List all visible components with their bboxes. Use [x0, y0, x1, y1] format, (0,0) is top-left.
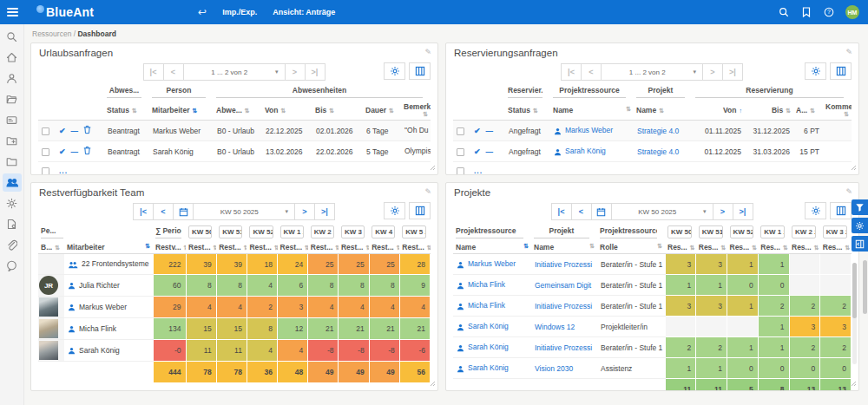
sort-icon[interactable]: ⇅: [720, 245, 726, 251]
sort-icon[interactable]: ⇅: [752, 245, 757, 251]
sidebar-chat-icon[interactable]: [3, 257, 22, 275]
menu-hamburger-icon[interactable]: [0, 0, 24, 24]
sidebar-document-icon[interactable]: [3, 215, 22, 233]
panel-scrollbar[interactable]: [852, 263, 857, 364]
panel-edit-icon[interactable]: ✎: [845, 187, 852, 196]
sidebar-folder-open-icon[interactable]: [3, 90, 22, 108]
user-avatar[interactable]: HM: [845, 5, 859, 19]
imp-exp-button[interactable]: Imp./Exp.: [222, 8, 257, 16]
decline-icon[interactable]: —: [71, 127, 79, 135]
approve-icon[interactable]: ✔: [59, 147, 66, 156]
view-antraege-button[interactable]: Ansicht: Anträge: [273, 8, 335, 16]
approve-icon[interactable]: ✔: [474, 127, 481, 135]
row-checkbox[interactable]: [457, 148, 464, 156]
sidebar-user-icon[interactable]: [3, 69, 22, 88]
columns-button[interactable]: [409, 202, 431, 219]
sort-icon[interactable]: ⇅: [810, 108, 815, 114]
sort-icon[interactable]: ⇅: [844, 111, 849, 118]
sort-icon[interactable]: ⇅: [427, 245, 431, 251]
week-header[interactable]: KW 50 ...: [667, 225, 692, 238]
sidebar-id-card-icon[interactable]: [3, 111, 22, 129]
week-header[interactable]: KW 52 ...: [249, 225, 273, 238]
sort-icon[interactable]: ⇅: [657, 243, 662, 250]
columns-button[interactable]: [830, 62, 852, 80]
back-arrow-icon[interactable]: ↩: [198, 6, 207, 18]
sort-icon[interactable]: ⇅: [626, 106, 631, 113]
help-icon[interactable]: ?: [823, 6, 835, 18]
period-select[interactable]: KW 50 2025▾: [611, 203, 713, 220]
sidebar-home-icon[interactable]: [3, 49, 22, 67]
pagination-prev-button[interactable]: <: [571, 203, 592, 220]
sort-icon[interactable]: ⇅: [245, 108, 250, 114]
row-checkbox[interactable]: [42, 167, 49, 175]
settings-gear-button[interactable]: [384, 202, 405, 219]
resize-handle[interactable]: [430, 380, 436, 389]
week-header[interactable]: KW 51 ...: [699, 225, 723, 238]
sort-icon[interactable]: ⇅: [329, 108, 334, 114]
sort-icon[interactable]: ⇅: [132, 108, 137, 114]
sort-icon[interactable]: ⇅: [533, 108, 538, 114]
week-header[interactable]: KW 2 2...: [792, 225, 816, 238]
side-panel-button[interactable]: [852, 236, 868, 251]
sort-icon[interactable]: ⇅: [214, 245, 217, 251]
sort-icon[interactable]: ⇅: [786, 108, 791, 114]
calendar-button[interactable]: [173, 203, 194, 220]
week-header[interactable]: KW 50 ...: [188, 225, 212, 238]
sidebar-folder-add-icon[interactable]: [3, 132, 22, 150]
sort-icon[interactable]: ⇅: [280, 108, 286, 114]
resize-handle[interactable]: [851, 380, 857, 389]
settings-gear-button[interactable]: [805, 202, 826, 219]
sort-icon[interactable]: ⇅: [690, 245, 695, 251]
pagination-next-button[interactable]: >: [285, 63, 306, 81]
week-header[interactable]: KW 2 2...: [311, 225, 334, 238]
trash-icon[interactable]: [83, 125, 91, 136]
sidebar-resources-team-icon[interactable]: [3, 173, 22, 192]
sort-icon[interactable]: ⇅: [244, 245, 247, 251]
pagination-page-select[interactable]: 1 ... 2 von 2▾: [601, 63, 703, 81]
week-header[interactable]: KW 1 2...: [760, 225, 785, 238]
show-more-link[interactable]: ...: [59, 167, 68, 175]
decline-icon[interactable]: —: [486, 127, 494, 135]
sort-icon[interactable]: ⇅: [397, 245, 400, 251]
sort-icon[interactable]: ⇅: [365, 245, 369, 251]
period-select[interactable]: KW 50 2025▾: [193, 203, 295, 220]
sort-asc-icon[interactable]: ↑: [740, 108, 743, 114]
row-checkbox[interactable]: [457, 167, 464, 175]
pagination-first-button[interactable]: |<: [143, 63, 164, 81]
sort-icon[interactable]: ⇅: [274, 245, 278, 251]
sort-icon[interactable]: ⇅: [184, 245, 186, 251]
week-header[interactable]: KW 4 2...: [372, 225, 395, 238]
panel-edit-icon[interactable]: ✎: [424, 48, 431, 56]
sort-icon[interactable]: ⇅: [55, 245, 60, 251]
pagination-last-button[interactable]: >|: [722, 63, 743, 81]
search-icon[interactable]: [778, 6, 790, 18]
sort-icon[interactable]: ⇅: [845, 245, 850, 251]
sidebar-search-icon[interactable]: [3, 28, 22, 46]
pagination-next-button[interactable]: >: [702, 63, 723, 81]
sort-icon[interactable]: ⇅: [814, 245, 819, 251]
panel-edit-icon[interactable]: ✎: [424, 187, 431, 196]
week-header[interactable]: KW 3 2...: [341, 225, 365, 238]
bookmark-icon[interactable]: [800, 6, 812, 18]
pagination-page-select[interactable]: 1 ... 2 von 2▾: [183, 63, 286, 81]
pagination-prev-button[interactable]: <: [581, 63, 602, 81]
decline-icon[interactable]: —: [71, 147, 79, 156]
pagination-next-button[interactable]: >: [713, 203, 733, 220]
sidebar-settings-gear-icon[interactable]: [3, 194, 22, 212]
approve-icon[interactable]: ✔: [474, 147, 481, 156]
show-more-link[interactable]: ...: [474, 167, 483, 175]
sort-icon[interactable]: ⇅: [659, 108, 664, 114]
decline-icon[interactable]: —: [486, 147, 494, 156]
sort-icon[interactable]: ⇅: [783, 245, 788, 251]
pagination-first-button[interactable]: |<: [133, 203, 154, 220]
week-header[interactable]: KW 5 2...: [402, 225, 425, 238]
sidebar-folder-icon[interactable]: [3, 153, 22, 171]
settings-gear-button[interactable]: [384, 62, 405, 80]
columns-button[interactable]: [409, 62, 431, 80]
approve-icon[interactable]: ✔: [59, 127, 66, 135]
trash-icon[interactable]: [83, 146, 91, 157]
week-header[interactable]: KW 3 2...: [823, 225, 847, 238]
pagination-last-button[interactable]: >|: [314, 203, 335, 220]
pagination-last-button[interactable]: >|: [305, 63, 326, 81]
filter-button[interactable]: [852, 199, 868, 215]
